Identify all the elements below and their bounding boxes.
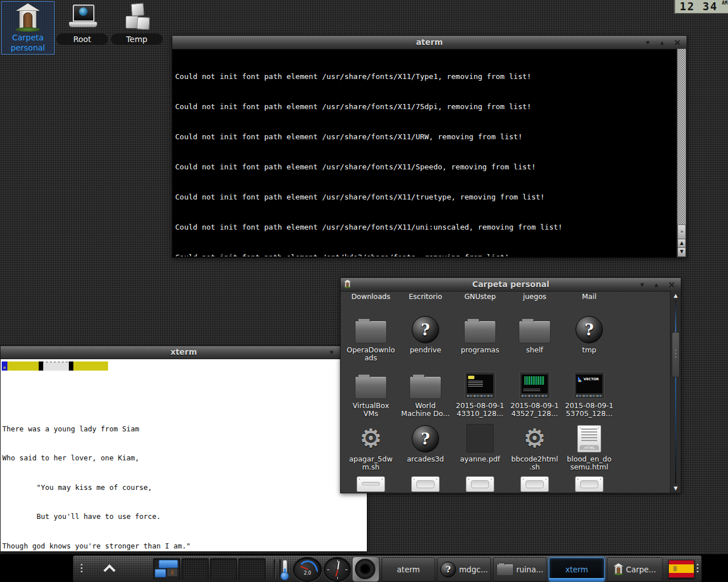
pager-desktop-4[interactable] (238, 558, 266, 580)
scrollbar-thumb[interactable] (672, 332, 680, 377)
file-item[interactable]: 2015-08-09-1 43527_128... (507, 369, 562, 418)
file-item[interactable]: ⚙ apagar_5dw m.sh (344, 423, 398, 471)
file-label: World Machine Do... (401, 402, 449, 418)
shade-icon[interactable]: ▾ (642, 37, 653, 48)
pager-desktop-2[interactable] (181, 558, 209, 580)
close-icon[interactable]: × (666, 279, 677, 290)
panel-handle[interactable] (697, 564, 698, 566)
file-item[interactable]: 2015-08-09-1 43310_128... (453, 369, 507, 418)
file-label: 2015-08-09-1 53705_128... (565, 402, 613, 418)
file-item[interactable] (398, 476, 453, 492)
html-badge: .HTML (580, 445, 599, 450)
shade-icon[interactable]: ▾ (636, 279, 648, 290)
clock-ampm: AM (722, 1, 727, 6)
file-label[interactable]: Downloads (344, 292, 398, 301)
file-item[interactable] (344, 476, 398, 492)
speed-gauge-applet[interactable]: 2.0 (293, 557, 322, 582)
speaker-applet[interactable] (352, 556, 379, 582)
scrollbar-thumb[interactable] (677, 225, 686, 239)
folder-icon (355, 376, 387, 399)
question-icon: ? (440, 562, 456, 577)
file-label[interactable]: Mail (562, 292, 617, 301)
taskbar-button-carpeta[interactable]: Carpe... (607, 558, 663, 581)
scroll-down-icon[interactable]: ▼ (677, 247, 686, 257)
close-icon[interactable]: × (672, 37, 683, 48)
pager-desktop-3[interactable] (210, 558, 237, 580)
scrollbar-track[interactable] (677, 49, 686, 239)
taskbar-button-aterm[interactable]: aterm (382, 558, 435, 581)
xterm-title: xterm (1, 347, 367, 356)
file-item[interactable]: ⚙ bbcode2html .sh (507, 423, 562, 471)
pager-desktop-1[interactable] (153, 558, 180, 580)
thermometer-applet[interactable] (278, 558, 291, 580)
file-label: arcades3d (407, 455, 444, 463)
desktop-icon-root[interactable]: Root (55, 3, 109, 47)
file-label[interactable]: juegos (507, 292, 562, 301)
terminal-line: Though god knows you're stronger than I … (2, 542, 366, 550)
file-item[interactable] (562, 476, 617, 492)
aterm-scrollbar[interactable]: ▲ ▼ (676, 49, 686, 257)
file-item[interactable]: shelf (507, 314, 562, 354)
file-label[interactable]: GNUstep (453, 292, 507, 301)
file-item[interactable]: VECTOR 2015-08-09-1 53705_128... (562, 369, 617, 418)
aterm-titlebar[interactable]: aterm ▾ ▴ × (172, 36, 686, 49)
boxes-stack-icon (125, 3, 150, 31)
file-item[interactable]: ? pendrive (398, 314, 453, 354)
terminal-line: But you'll have to use force. (2, 513, 366, 521)
file-item[interactable]: VirtualBox VMs (344, 369, 398, 418)
scroll-up-icon[interactable]: ▲ (671, 291, 681, 300)
filer-titlebar[interactable]: Carpeta personal ▾ ▴ × (341, 278, 681, 292)
home-outhouse-icon (614, 563, 623, 576)
taskbar-button-ruina[interactable]: ruina... (493, 558, 547, 581)
terminal-line: Could not init font path element /usr/sh… (175, 72, 675, 81)
panel-handle[interactable] (81, 564, 82, 566)
task-label: Carpe... (626, 565, 656, 574)
text-file-icon (466, 476, 494, 492)
filer-scrollbar[interactable]: ▲ ▼ (670, 291, 681, 493)
spanish-flag-icon[interactable] (668, 560, 694, 578)
panel-collapse-button[interactable] (96, 560, 122, 576)
question-icon: ? (576, 316, 603, 343)
task-label: mdgc... (459, 565, 488, 574)
taskbar-button-mdgc[interactable]: ? mdgc... (437, 558, 491, 581)
aterm-window: aterm ▾ ▴ × Could not init font path ele… (172, 35, 687, 258)
taskbar-button-xterm[interactable]: xterm (549, 558, 605, 581)
xterm-output: There was a young lady from Siam Who sai… (2, 374, 366, 550)
scroll-down-icon[interactable]: ▼ (671, 484, 681, 493)
file-item[interactable]: .HTML blood_en_do semu.html (562, 423, 617, 471)
question-icon: ? (412, 316, 439, 343)
thumbnail-text: VECTOR (584, 377, 599, 381)
file-item[interactable]: ? tmp (562, 314, 617, 354)
text-file-icon (411, 476, 440, 492)
file-item[interactable]: programas (453, 314, 507, 354)
file-item[interactable] (453, 476, 507, 492)
file-item[interactable]: ? arcades3d (398, 423, 453, 463)
panel-separator (274, 559, 276, 578)
compass-applet[interactable] (324, 557, 351, 582)
folder-icon (519, 321, 551, 343)
file-label: programas (461, 346, 499, 354)
file-label: blood_en_do semu.html (567, 455, 611, 471)
unshade-icon[interactable]: ▴ (656, 37, 668, 48)
file-item[interactable]: World Machine Do... (398, 369, 453, 418)
workspace-pager (153, 556, 267, 581)
file-item[interactable]: OperaDownlo ads (344, 314, 398, 362)
scrollbar-track[interactable] (675, 300, 676, 484)
folder-icon (410, 376, 441, 399)
file-label[interactable]: Escritorio (398, 292, 453, 301)
text-file-icon (575, 476, 603, 492)
desktop-icon-carpeta-personal[interactable]: Carpeta personal (1, 1, 55, 55)
task-label: xterm (565, 565, 588, 574)
terminal-line: Could not init font path element /usr/sh… (175, 102, 675, 111)
shade-icon[interactable]: ▾ (326, 347, 337, 357)
unshade-icon[interactable]: ▴ (651, 279, 662, 290)
gear-icon: ⚙ (359, 425, 382, 452)
desktop-icon-temp[interactable]: Temp (110, 3, 164, 47)
laptop-globe-icon (69, 5, 96, 30)
desktop-icon-label: Carpeta personal (2, 32, 54, 53)
desktop: Carpeta personal Root Temp 12 34 AM ater… (0, 0, 728, 582)
xterm-titlebar[interactable]: xterm ▾ (1, 346, 367, 359)
file-item[interactable] (507, 476, 562, 492)
terminal-line: Could not init font path element /usr/sh… (175, 223, 675, 231)
file-item[interactable]: ayanne.pdf (453, 423, 507, 463)
